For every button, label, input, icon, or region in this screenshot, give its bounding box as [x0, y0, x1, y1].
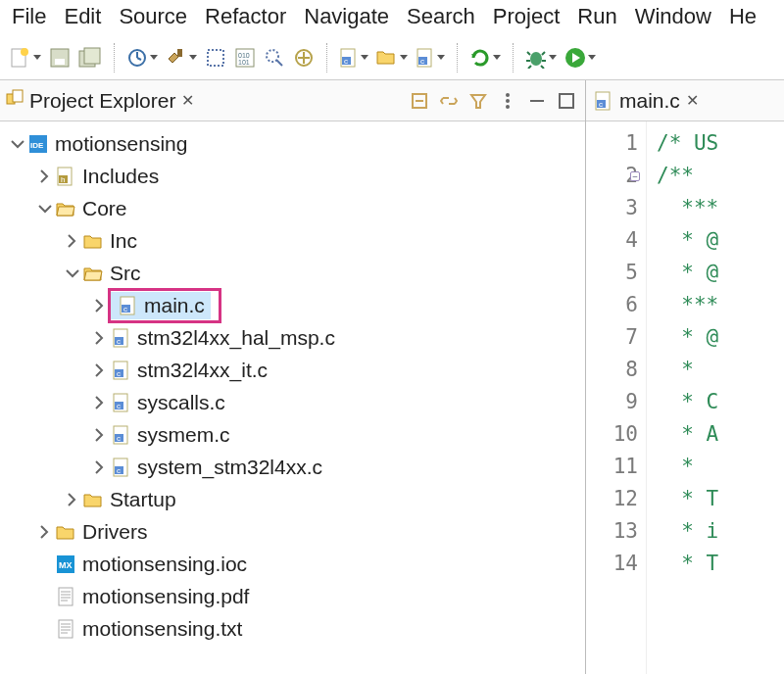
- c-file-icon: [592, 91, 613, 111]
- tree-label: main.c: [144, 289, 205, 321]
- code-line: *: [657, 354, 784, 386]
- tree-src[interactable]: Src: [4, 257, 581, 289]
- c-file-icon: [110, 328, 131, 348]
- code-line: ***: [657, 192, 784, 224]
- refresh-button[interactable]: [467, 43, 503, 72]
- project-explorer-header: Project Explorer ✕: [0, 80, 585, 121]
- run-button[interactable]: [563, 43, 598, 72]
- chevron-right-icon[interactable]: [63, 493, 82, 506]
- chevron-down-icon[interactable]: [63, 266, 82, 280]
- tree-file-ioc[interactable]: motionsensing.ioc: [4, 548, 581, 580]
- chevron-right-icon[interactable]: [90, 299, 110, 313]
- c-file-icon: [110, 425, 131, 445]
- c-file-icon: [110, 361, 131, 380]
- project-explorer-icon: [6, 88, 25, 113]
- save-button[interactable]: [47, 43, 73, 72]
- fold-minus-icon[interactable]: −: [630, 171, 640, 181]
- line-gutter: 1 2− 3 4 5 6 7 8 9 10 11 12 13 14: [586, 121, 647, 674]
- code-line: * T: [657, 548, 784, 580]
- menu-run[interactable]: Run: [577, 4, 616, 29]
- config-button[interactable]: [124, 43, 160, 72]
- view-menu-button[interactable]: [495, 88, 520, 114]
- code-line: /**: [657, 160, 784, 192]
- tree-label: motionsensing.txt: [82, 612, 242, 645]
- folder-icon: [55, 522, 76, 542]
- svg-point-30: [506, 93, 510, 97]
- close-tab-button[interactable]: ✕: [686, 91, 699, 110]
- tree-file-main[interactable]: main.c: [4, 289, 581, 321]
- tree-label: motionsensing.ioc: [82, 548, 247, 580]
- tree-file-txt[interactable]: motionsensing.txt: [4, 612, 581, 645]
- tree-label: Src: [110, 257, 141, 289]
- project-tree[interactable]: motionsensing Includes Core Inc: [0, 121, 585, 650]
- code-line: * @: [657, 224, 784, 257]
- tree-label: Startup: [110, 483, 176, 515]
- c-file-icon: [117, 296, 138, 315]
- main-toolbar: 010101: [0, 37, 784, 80]
- editor-tab-label[interactable]: main.c: [619, 89, 680, 113]
- binary-view-button[interactable]: 010101: [232, 43, 258, 72]
- collapse-all-button[interactable]: [407, 88, 432, 114]
- generate-button[interactable]: [291, 43, 317, 72]
- code-line: * i: [657, 515, 784, 548]
- analyze-button[interactable]: [262, 43, 287, 72]
- tree-file-pdf[interactable]: motionsensing.pdf: [4, 580, 581, 612]
- tree-drivers[interactable]: Drivers: [4, 515, 581, 548]
- new-class-button[interactable]: [414, 43, 447, 72]
- c-file-icon: [110, 457, 131, 477]
- save-all-button[interactable]: [76, 43, 104, 72]
- tree-startup[interactable]: Startup: [4, 483, 581, 515]
- svg-text:010: 010: [238, 52, 250, 59]
- chevron-right-icon[interactable]: [90, 363, 110, 377]
- code-line: * C: [657, 386, 784, 418]
- menu-project[interactable]: Project: [493, 4, 560, 29]
- menu-source[interactable]: Source: [119, 4, 187, 29]
- tree-label: motionsensing.pdf: [82, 580, 249, 612]
- close-view-button[interactable]: ✕: [181, 91, 194, 110]
- tree-file[interactable]: syscalls.c: [4, 386, 581, 418]
- tree-label: system_stm32l4xx.c: [137, 451, 322, 483]
- code-line: * A: [657, 418, 784, 451]
- new-c-button[interactable]: [337, 43, 370, 72]
- chevron-right-icon[interactable]: [35, 525, 55, 539]
- tree-core[interactable]: Core: [4, 192, 581, 224]
- tree-file[interactable]: stm32l4xx_hal_msp.c: [4, 321, 581, 354]
- menu-navigate[interactable]: Navigate: [304, 4, 389, 29]
- tree-inc[interactable]: Inc: [4, 224, 581, 257]
- filter-button[interactable]: [466, 88, 491, 114]
- chevron-right-icon[interactable]: [90, 331, 110, 345]
- link-editor-button[interactable]: [436, 88, 462, 114]
- tree-includes[interactable]: Includes: [4, 160, 581, 192]
- tree-label: motionsensing: [55, 127, 187, 160]
- code-area[interactable]: /* US /** *** * @ * @ *** * @ * * C * A …: [647, 121, 784, 674]
- tree-file[interactable]: system_stm32l4xx.c: [4, 451, 581, 483]
- build-button[interactable]: [164, 43, 199, 72]
- minimize-view-button[interactable]: [524, 88, 550, 114]
- menu-help[interactable]: He: [729, 4, 757, 29]
- project-explorer-title: Project Explorer: [29, 89, 175, 113]
- menu-edit[interactable]: Edit: [64, 4, 101, 29]
- editor-body[interactable]: 1 2− 3 4 5 6 7 8 9 10 11 12 13 14 /* US …: [586, 121, 784, 674]
- chevron-right-icon[interactable]: [90, 428, 110, 442]
- chevron-down-icon[interactable]: [8, 137, 27, 151]
- tree-file[interactable]: sysmem.c: [4, 418, 581, 451]
- chevron-down-icon[interactable]: [35, 202, 55, 216]
- tree-file[interactable]: stm32l4xx_it.c: [4, 354, 581, 386]
- toggle-breakpoint-button[interactable]: [203, 43, 228, 72]
- menu-window[interactable]: Window: [635, 4, 711, 29]
- new-folder-button[interactable]: [374, 43, 410, 72]
- menu-search[interactable]: Search: [407, 4, 475, 29]
- menu-file[interactable]: File: [12, 4, 46, 29]
- chevron-right-icon[interactable]: [90, 396, 110, 409]
- chevron-right-icon[interactable]: [35, 169, 55, 183]
- chevron-right-icon[interactable]: [90, 460, 110, 474]
- code-line: /* US: [657, 127, 784, 160]
- new-button[interactable]: [8, 43, 43, 72]
- debug-button[interactable]: [523, 43, 559, 72]
- svg-rect-20: [177, 49, 182, 57]
- svg-point-31: [506, 99, 510, 103]
- maximize-view-button[interactable]: [554, 88, 579, 114]
- chevron-right-icon[interactable]: [63, 234, 82, 248]
- menu-refactor[interactable]: Refactor: [205, 4, 286, 29]
- tree-project[interactable]: motionsensing: [4, 127, 581, 160]
